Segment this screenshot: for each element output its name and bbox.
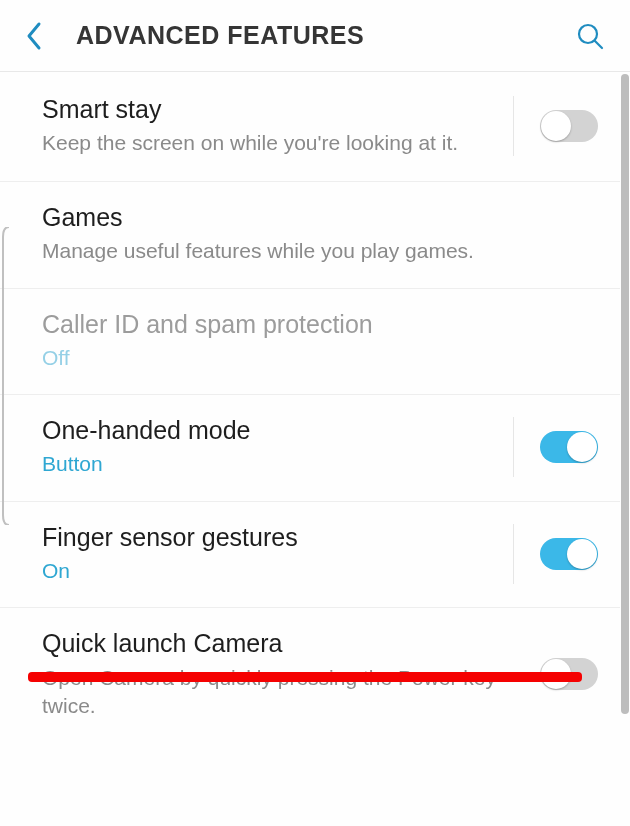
setting-title: Smart stay (42, 94, 503, 125)
setting-subtitle: On (42, 557, 503, 585)
setting-one-handed-mode[interactable]: One-handed mode Button (0, 395, 620, 502)
content-area: Smart stay Keep the screen on while you'… (0, 72, 630, 826)
setting-subtitle: Button (42, 450, 503, 478)
scrollbar[interactable] (621, 74, 629, 714)
toggle-one-handed-mode[interactable] (540, 431, 598, 463)
setting-caller-id[interactable]: Caller ID and spam protection Off (0, 289, 620, 396)
back-button[interactable] (12, 14, 56, 58)
setting-title: Games (42, 202, 588, 233)
chevron-left-icon (25, 21, 43, 51)
setting-subtitle: Off (42, 344, 588, 372)
setting-smart-stay[interactable]: Smart stay Keep the screen on while you'… (0, 72, 620, 182)
settings-list: Smart stay Keep the screen on while you'… (0, 72, 630, 742)
search-button[interactable] (568, 14, 612, 58)
toggle-finger-sensor-gestures[interactable] (540, 538, 598, 570)
annotation-underline (28, 672, 582, 682)
setting-title: Caller ID and spam protection (42, 309, 588, 340)
toggle-smart-stay[interactable] (540, 110, 598, 142)
setting-title: Quick launch Camera (42, 628, 504, 659)
setting-subtitle: Manage useful features while you play ga… (42, 237, 588, 265)
setting-subtitle: Keep the screen on while you're looking … (42, 129, 503, 157)
svg-line-1 (595, 41, 602, 48)
setting-title: One-handed mode (42, 415, 503, 446)
setting-title: Finger sensor gestures (42, 522, 503, 553)
setting-finger-sensor-gestures[interactable]: Finger sensor gestures On (0, 502, 620, 609)
page-title: ADVANCED FEATURES (76, 21, 568, 50)
header: ADVANCED FEATURES (0, 0, 630, 72)
setting-games[interactable]: Games Manage useful features while you p… (0, 182, 620, 289)
search-icon (576, 22, 604, 50)
